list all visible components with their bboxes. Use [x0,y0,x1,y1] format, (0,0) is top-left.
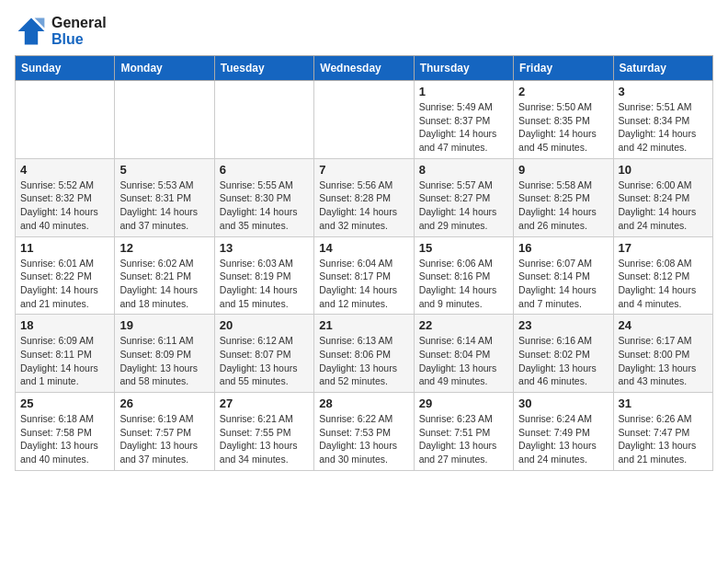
calendar-cell [314,81,414,159]
day-number: 25 [20,396,109,410]
day-number: 9 [518,163,608,177]
calendar-cell: 20Sunrise: 6:12 AMSunset: 8:07 PMDayligh… [214,315,313,393]
day-number: 14 [319,241,408,255]
day-number: 18 [20,318,109,332]
weekday-header-thursday: Thursday [414,56,513,81]
logo: General Blue [15,15,107,48]
day-number: 7 [319,163,408,177]
weekday-header-monday: Monday [115,56,214,81]
calendar-cell: 30Sunrise: 6:24 AMSunset: 7:49 PMDayligh… [514,393,613,471]
day-number: 16 [518,241,608,255]
weekday-header-row: SundayMondayTuesdayWednesdayThursdayFrid… [16,56,713,81]
day-number: 28 [319,396,408,410]
calendar-cell [214,81,313,159]
calendar-cell: 29Sunrise: 6:23 AMSunset: 7:51 PMDayligh… [414,393,513,471]
weekday-header-friday: Friday [514,56,613,81]
calendar-cell: 23Sunrise: 6:16 AMSunset: 8:02 PMDayligh… [514,315,613,393]
weekday-header-tuesday: Tuesday [214,56,313,81]
day-info: Sunrise: 6:00 AMSunset: 8:24 PMDaylight:… [619,178,708,233]
day-number: 19 [119,318,209,332]
day-info: Sunrise: 5:58 AMSunset: 8:25 PMDaylight:… [518,178,608,233]
day-number: 31 [619,396,708,410]
calendar-cell: 4Sunrise: 5:52 AMSunset: 8:32 PMDaylight… [16,158,115,236]
calendar-week-1: 1Sunrise: 5:49 AMSunset: 8:37 PMDaylight… [16,81,713,159]
day-number: 21 [319,318,408,332]
calendar-cell: 5Sunrise: 5:53 AMSunset: 8:31 PMDaylight… [115,158,214,236]
calendar-week-5: 25Sunrise: 6:18 AMSunset: 7:58 PMDayligh… [16,393,713,471]
calendar-cell: 27Sunrise: 6:21 AMSunset: 7:55 PMDayligh… [214,393,313,471]
day-number: 30 [518,396,608,410]
calendar-cell: 26Sunrise: 6:19 AMSunset: 7:57 PMDayligh… [115,393,214,471]
calendar-cell: 1Sunrise: 5:49 AMSunset: 8:37 PMDaylight… [414,81,513,159]
calendar-cell: 16Sunrise: 6:07 AMSunset: 8:14 PMDayligh… [514,236,613,315]
calendar-table: SundayMondayTuesdayWednesdayThursdayFrid… [15,55,713,471]
calendar-cell: 13Sunrise: 6:03 AMSunset: 8:19 PMDayligh… [214,236,313,315]
calendar-cell: 6Sunrise: 5:55 AMSunset: 8:30 PMDaylight… [214,158,313,236]
day-info: Sunrise: 6:11 AMSunset: 8:09 PMDaylight:… [119,334,209,388]
day-number: 29 [419,396,508,410]
calendar-cell: 2Sunrise: 5:50 AMSunset: 8:35 PMDaylight… [514,81,613,159]
day-info: Sunrise: 5:57 AMSunset: 8:27 PMDaylight:… [419,178,508,233]
day-info: Sunrise: 6:23 AMSunset: 7:51 PMDaylight:… [419,412,508,466]
calendar-cell: 28Sunrise: 6:22 AMSunset: 7:53 PMDayligh… [314,393,414,471]
day-info: Sunrise: 5:53 AMSunset: 8:31 PMDaylight:… [119,178,209,233]
day-info: Sunrise: 5:50 AMSunset: 8:35 PMDaylight:… [518,100,608,155]
day-info: Sunrise: 6:19 AMSunset: 7:57 PMDaylight:… [119,412,209,466]
calendar-cell [115,81,214,159]
day-info: Sunrise: 6:16 AMSunset: 8:02 PMDaylight:… [518,334,608,388]
day-number: 15 [419,241,508,255]
weekday-header-saturday: Saturday [613,56,712,81]
calendar-cell: 8Sunrise: 5:57 AMSunset: 8:27 PMDaylight… [414,158,513,236]
weekday-header-sunday: Sunday [16,56,115,81]
day-number: 20 [220,318,309,332]
day-number: 3 [619,85,708,98]
day-info: Sunrise: 6:22 AMSunset: 7:53 PMDaylight:… [319,412,408,466]
day-info: Sunrise: 6:26 AMSunset: 7:47 PMDaylight:… [619,412,708,466]
day-info: Sunrise: 5:55 AMSunset: 8:30 PMDaylight:… [220,178,309,233]
day-number: 4 [20,163,109,177]
day-info: Sunrise: 6:13 AMSunset: 8:06 PMDaylight:… [319,334,408,388]
day-info: Sunrise: 5:49 AMSunset: 8:37 PMDaylight:… [419,100,508,155]
calendar-cell: 3Sunrise: 5:51 AMSunset: 8:34 PMDaylight… [613,81,712,159]
day-number: 17 [619,241,708,255]
day-number: 10 [619,163,708,177]
calendar-cell: 25Sunrise: 6:18 AMSunset: 7:58 PMDayligh… [16,393,115,471]
day-info: Sunrise: 6:17 AMSunset: 8:00 PMDaylight:… [619,334,708,388]
day-info: Sunrise: 6:04 AMSunset: 8:17 PMDaylight:… [319,257,408,311]
day-info: Sunrise: 5:52 AMSunset: 8:32 PMDaylight:… [20,178,109,233]
day-info: Sunrise: 6:12 AMSunset: 8:07 PMDaylight:… [220,334,309,388]
day-number: 22 [419,318,508,332]
day-number: 2 [518,85,608,98]
day-number: 27 [220,396,309,410]
calendar-cell: 17Sunrise: 6:08 AMSunset: 8:12 PMDayligh… [613,236,712,315]
day-number: 13 [220,241,309,255]
day-number: 1 [419,85,508,98]
day-number: 23 [518,318,608,332]
day-info: Sunrise: 6:08 AMSunset: 8:12 PMDaylight:… [619,257,708,311]
calendar-cell: 24Sunrise: 6:17 AMSunset: 8:00 PMDayligh… [613,315,712,393]
day-info: Sunrise: 5:56 AMSunset: 8:28 PMDaylight:… [319,178,408,233]
calendar-cell: 18Sunrise: 6:09 AMSunset: 8:11 PMDayligh… [16,315,115,393]
logo-text-general: General [51,15,107,31]
calendar-cell: 21Sunrise: 6:13 AMSunset: 8:06 PMDayligh… [314,315,414,393]
calendar-cell: 22Sunrise: 6:14 AMSunset: 8:04 PMDayligh… [414,315,513,393]
day-number: 11 [20,241,109,255]
calendar-week-4: 18Sunrise: 6:09 AMSunset: 8:11 PMDayligh… [16,315,713,393]
page-header: General Blue [15,15,713,48]
day-number: 26 [119,396,209,410]
day-number: 5 [119,163,209,177]
calendar-cell: 31Sunrise: 6:26 AMSunset: 7:47 PMDayligh… [613,393,712,471]
calendar-cell: 14Sunrise: 6:04 AMSunset: 8:17 PMDayligh… [314,236,414,315]
calendar-cell: 15Sunrise: 6:06 AMSunset: 8:16 PMDayligh… [414,236,513,315]
day-info: Sunrise: 6:09 AMSunset: 8:11 PMDaylight:… [20,334,109,388]
day-number: 8 [419,163,508,177]
calendar-cell: 9Sunrise: 5:58 AMSunset: 8:25 PMDaylight… [514,158,613,236]
day-number: 6 [220,163,309,177]
day-info: Sunrise: 6:24 AMSunset: 7:49 PMDaylight:… [518,412,608,466]
day-info: Sunrise: 6:02 AMSunset: 8:21 PMDaylight:… [119,257,209,311]
logo-text-blue: Blue [51,31,107,48]
day-number: 24 [619,318,708,332]
day-info: Sunrise: 6:07 AMSunset: 8:14 PMDaylight:… [518,257,608,311]
logo-icon [15,15,48,48]
day-info: Sunrise: 6:01 AMSunset: 8:22 PMDaylight:… [20,257,109,311]
